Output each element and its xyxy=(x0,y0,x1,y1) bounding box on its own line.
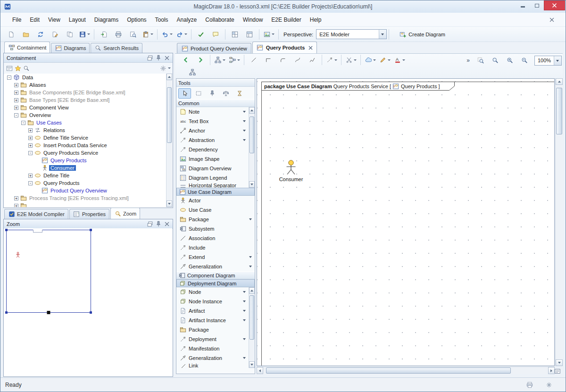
palette-item-generalization[interactable]: Generalization xyxy=(176,262,255,271)
menu-collaborate[interactable]: Collaborate xyxy=(201,15,238,25)
palette-item-extend[interactable]: Extend xyxy=(176,252,255,262)
sticky-tool-button[interactable] xyxy=(206,88,218,99)
palette-item-anchor[interactable]: Anchor xyxy=(176,126,249,135)
resize-handle[interactable] xyxy=(90,229,92,231)
palette-item-image-shape[interactable]: Image Shape xyxy=(176,154,249,164)
tree-item-product-query-overview[interactable]: Product Query Overview xyxy=(4,187,166,194)
tab-containment[interactable]: Containment xyxy=(4,42,50,53)
balance-tool-button[interactable] xyxy=(219,88,232,99)
palette-section-common[interactable]: Common xyxy=(176,99,255,107)
pin-panel-icon[interactable] xyxy=(155,54,162,61)
close-button[interactable] xyxy=(544,0,565,10)
tree-item-query-products[interactable]: Query Products xyxy=(4,157,166,164)
tree-item-relations[interactable]: +Relations xyxy=(4,126,166,134)
background-task-icon[interactable] xyxy=(545,381,552,388)
palette-scrollbar-up-icon[interactable] xyxy=(249,107,255,114)
palette-item-subsystem[interactable]: Subsystem xyxy=(176,224,255,234)
menu-window[interactable]: Window xyxy=(239,15,267,25)
publish-status-icon[interactable] xyxy=(526,381,533,388)
float-panel-icon[interactable] xyxy=(146,220,154,227)
expander-plus-icon[interactable]: + xyxy=(14,83,18,87)
palette-scrollbar-thumb[interactable] xyxy=(250,117,254,154)
diagram-frame-header[interactable]: package Use Case Diagram Query Products … xyxy=(261,82,455,91)
tree-item-component-view[interactable]: +Component View xyxy=(4,104,166,111)
close-panel-icon[interactable] xyxy=(163,220,171,227)
close-panel-icon[interactable] xyxy=(163,54,171,61)
dropdown-arrow-icon[interactable] xyxy=(388,59,391,61)
scrollbar-track[interactable] xyxy=(263,367,548,374)
scrollbar-thumb[interactable] xyxy=(266,367,511,374)
tree-item-define-title-service[interactable]: +Define Title Service xyxy=(4,134,166,142)
zoom-region-button[interactable] xyxy=(474,54,488,67)
dropdown-arrow-icon[interactable] xyxy=(373,59,376,61)
resize-handle[interactable] xyxy=(90,311,92,314)
toolbar-save-as-button[interactable] xyxy=(48,28,62,41)
zoom-viewport-frame[interactable] xyxy=(6,230,91,313)
expander-plus-icon[interactable]: + xyxy=(14,106,18,110)
dropdown-arrow-icon[interactable] xyxy=(243,338,246,340)
toolbar-validate-button[interactable] xyxy=(194,28,208,41)
maximize-button[interactable] xyxy=(530,0,544,10)
toolbar-comment-button[interactable] xyxy=(208,28,223,41)
expander-plus-icon[interactable]: + xyxy=(28,174,33,178)
minimize-button[interactable] xyxy=(516,0,530,10)
palette-scrollbar-down-icon[interactable] xyxy=(249,361,255,368)
menu-options[interactable]: Options xyxy=(123,15,150,25)
tree-item-partial[interactable]: + xyxy=(4,202,166,207)
tree-item-process-tracing-e2e-process-tracing-xml[interactable]: +Process Tracing [E2E Process Tracing.xm… xyxy=(4,194,166,202)
menu-layout[interactable]: Layout xyxy=(65,15,90,25)
dropdown-arrow-icon[interactable] xyxy=(243,139,246,141)
tree-item-query-products[interactable]: -Query Products xyxy=(4,179,166,187)
expander-minus-icon[interactable]: - xyxy=(7,75,11,80)
dropdown-arrow-icon[interactable] xyxy=(243,130,246,132)
toolbar-import-document-button[interactable] xyxy=(97,28,111,41)
scroll-down-icon[interactable] xyxy=(166,200,172,207)
close-tab-icon[interactable] xyxy=(308,46,313,50)
diagram-line-oblique-button[interactable] xyxy=(247,54,261,66)
palette-item-include[interactable]: Include xyxy=(176,243,255,252)
scroll-up-icon[interactable] xyxy=(166,74,172,80)
palette-item-deployment[interactable]: Deployment xyxy=(176,334,249,344)
marquee-tool-button[interactable] xyxy=(192,88,205,99)
toolbar-clipboard-paste-button[interactable] xyxy=(141,28,155,41)
palette-item-horizontal-separator[interactable]: Horizontal Separator xyxy=(176,183,249,188)
diagram-line-curved-button[interactable] xyxy=(291,54,305,66)
menu-diagrams[interactable]: Diagrams xyxy=(90,15,123,25)
diagram-line-zigzag-button[interactable] xyxy=(305,54,319,66)
expander-plus-icon[interactable]: + xyxy=(14,196,18,200)
tree-item-overview[interactable]: -Overview xyxy=(4,111,166,119)
toolbar-print-button[interactable] xyxy=(111,28,125,41)
tree-item-query-products-service[interactable]: -Query Products Service xyxy=(4,149,166,157)
toolbar-copy-document-button[interactable] xyxy=(63,28,77,41)
diagram-line-rounded-button[interactable] xyxy=(276,54,290,66)
sort-tool-button[interactable] xyxy=(233,88,246,99)
palette-item-link[interactable]: Link xyxy=(176,363,249,368)
diagram-line-rectilinear-button[interactable] xyxy=(261,54,275,66)
palette-section-tools[interactable]: Tools xyxy=(176,79,255,87)
expander-plus-icon[interactable]: + xyxy=(14,98,18,102)
toolbar-overflow-button[interactable]: » xyxy=(464,57,473,64)
dropdown-arrow-icon[interactable] xyxy=(243,120,246,122)
toolbar-export-image-button[interactable] xyxy=(262,28,276,41)
close-window-icon[interactable] xyxy=(548,16,555,23)
dropdown-arrow-icon[interactable] xyxy=(243,111,246,113)
toolbar-numbered-layout-button[interactable] xyxy=(242,28,257,41)
zoom-in-button[interactable] xyxy=(503,54,517,67)
dropdown-arrow-icon[interactable] xyxy=(237,59,240,61)
palette-scrollbar-track[interactable] xyxy=(249,294,255,361)
expander-minus-icon[interactable]: - xyxy=(14,113,18,117)
toolbar-open-project-button[interactable] xyxy=(19,28,33,41)
canvas-horizontal-scrollbar[interactable] xyxy=(257,367,555,374)
dropdown-arrow-icon[interactable] xyxy=(87,33,90,35)
palette-item-use-case[interactable]: Use Case xyxy=(176,205,255,215)
palette-scrollbar[interactable] xyxy=(249,107,255,188)
expander-plus-icon[interactable]: + xyxy=(28,143,33,148)
palette-scrollbar-thumb[interactable] xyxy=(250,295,254,340)
expander-plus-icon[interactable]: + xyxy=(28,128,33,133)
dropdown-arrow-icon[interactable] xyxy=(334,59,337,61)
diagram-canvas[interactable]: package Use Case Diagram Query Products … xyxy=(257,78,555,366)
dropdown-arrow-icon[interactable] xyxy=(170,33,173,35)
palette-item-actor[interactable]: Actor xyxy=(176,196,255,205)
selection-tool-button[interactable] xyxy=(178,88,191,99)
dropdown-arrow-icon[interactable] xyxy=(249,266,252,267)
